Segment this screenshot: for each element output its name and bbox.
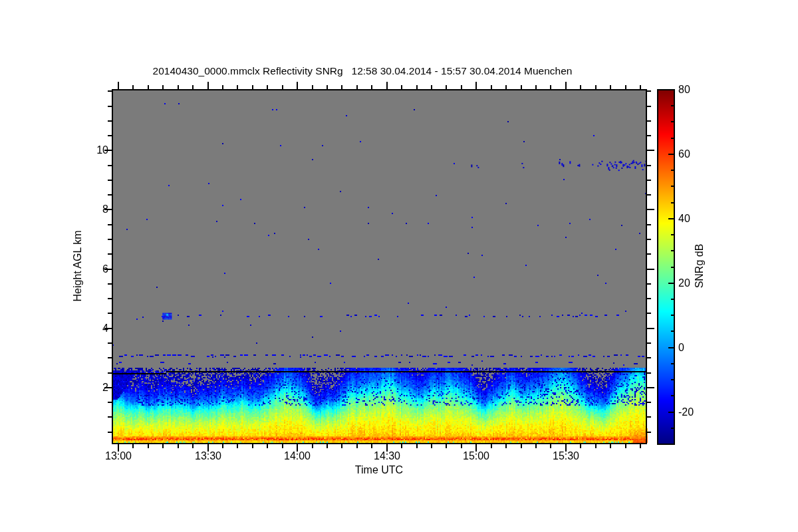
y-tick-label-4: 4 <box>75 323 108 334</box>
figure-title: 20140430_0000.mmclx Reflectivity SNRg 12… <box>153 65 573 77</box>
x-tick-label-1530: 15:30 <box>553 450 579 462</box>
cbar-tick-label-m20: -20 <box>678 406 694 418</box>
cbar-tick-label-20: 20 <box>678 277 690 289</box>
y-tick-label-2: 2 <box>75 382 108 394</box>
y-tick-label-10: 10 <box>75 144 108 156</box>
radar-reflectivity-figure: 20140430_0000.mmclx Reflectivity SNRg 12… <box>0 0 798 532</box>
x-axis-label: Time UTC <box>355 464 403 476</box>
x-tick-label-1500: 15:00 <box>463 450 489 462</box>
cbar-tick-label-40: 40 <box>678 213 690 225</box>
cbar-tick-label-60: 60 <box>678 148 690 160</box>
colorbar-label: SNRg dB <box>694 244 706 289</box>
x-tick-label-1300: 13:00 <box>105 450 132 462</box>
x-tick-label-1430: 14:30 <box>374 450 400 462</box>
cbar-tick-label-80: 80 <box>678 84 690 96</box>
x-tick-label-1400: 14:00 <box>284 450 311 462</box>
y-axis-label: Height AGL km <box>72 230 84 301</box>
y-tick-label-8: 8 <box>75 203 108 215</box>
cbar-tick-label-0: 0 <box>678 342 684 354</box>
x-tick-label-1330: 13:30 <box>195 450 221 462</box>
